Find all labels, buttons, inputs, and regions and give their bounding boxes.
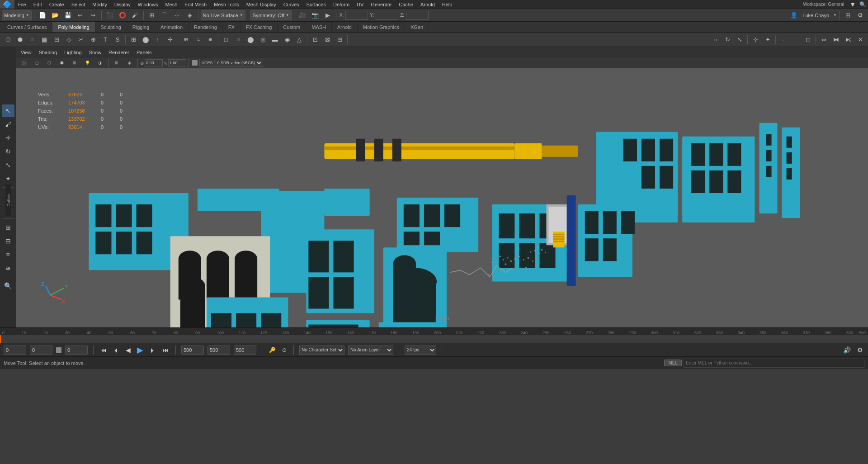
mel-python-toggle[interactable]: MEL	[664, 360, 682, 366]
vp-wireframe[interactable]: ⬡	[43, 57, 55, 69]
shelf-universal[interactable]: ✦	[762, 34, 774, 46]
vp-menu-panels[interactable]: Panels	[135, 50, 154, 55]
symmetry-dropdown[interactable]: Symmetry: Off ▼	[250, 10, 292, 20]
shelf-torus[interactable]: ◎	[257, 34, 269, 46]
menu-mesh-display[interactable]: Mesh Display	[243, 0, 280, 9]
menu-mesh[interactable]: Mesh	[161, 0, 181, 9]
vp-offset-x[interactable]	[145, 59, 163, 66]
shelf-pivot[interactable]: ✛	[164, 34, 176, 46]
shelf-cylinder[interactable]: ⬤	[245, 34, 256, 46]
user-dropdown-arrow[interactable]: ▼	[833, 13, 837, 17]
key-icon[interactable]: 🔑	[268, 347, 277, 353]
undo-btn[interactable]: ↩	[75, 9, 86, 21]
vp-select-mode[interactable]: ◻	[31, 57, 42, 69]
shelf-bridge[interactable]: ⊟	[51, 34, 62, 46]
cam-2-btn[interactable]: 📷	[309, 9, 321, 21]
color-profile-select[interactable]: ACES 1.0 SDR-video (sRGB)	[199, 59, 263, 67]
vp-menu-renderer[interactable]: Renderer	[107, 50, 131, 55]
rotate-tool-sidebar[interactable]: ↻	[2, 145, 14, 158]
timeline-track[interactable]	[0, 335, 868, 343]
channel-box-sidebar[interactable]: ≋	[2, 262, 14, 275]
shelf-bevel[interactable]: ◇	[63, 34, 75, 46]
scale-tool-sidebar[interactable]: ⤡	[2, 159, 14, 171]
shelf-cut[interactable]: ✂	[75, 34, 87, 46]
tab-poly-modeling[interactable]: Poly Modeling	[52, 22, 95, 32]
shelf-insert-loop[interactable]: ⊠	[321, 34, 333, 46]
tab-animation[interactable]: Animation	[155, 22, 189, 32]
menu-mesh-tools[interactable]: Mesh Tools	[210, 0, 242, 9]
shelf-select-face[interactable]: ◻	[802, 34, 814, 46]
scene-view[interactable]: Y X Z M RTA persp	[16, 68, 868, 327]
step-back-btn[interactable]: ⏴	[112, 346, 121, 354]
tab-rendering[interactable]: Rendering	[189, 22, 223, 32]
vp-menu-view[interactable]: View	[19, 50, 33, 55]
menu-create[interactable]: Create	[46, 0, 68, 9]
lasso-btn[interactable]: ⭕	[117, 9, 128, 21]
x-coord-input[interactable]	[345, 11, 368, 20]
anim-layer-sidebar[interactable]: ≡	[2, 248, 14, 261]
step-forward-btn[interactable]: ⏵	[148, 346, 157, 354]
shelf-delete-edge[interactable]: ✕	[854, 34, 866, 46]
universal-tool-sidebar[interactable]: ✦	[2, 172, 14, 185]
menu-modify[interactable]: Modify	[89, 0, 110, 9]
go-to-end-btn[interactable]: ⏭	[161, 346, 170, 354]
go-to-start-btn[interactable]: ⏮	[99, 346, 108, 354]
shelf-disk[interactable]: ◉	[281, 34, 293, 46]
range-start-input[interactable]	[65, 346, 88, 355]
shelf-mirror[interactable]: ⇔	[818, 34, 830, 46]
shelf-select-vert[interactable]: ·	[778, 34, 789, 46]
shelf-crease[interactable]: ≋	[180, 34, 192, 46]
shelf-component[interactable]: ⬤	[140, 34, 151, 46]
menu-edit[interactable]: Edit	[30, 0, 46, 9]
viewport-canvas[interactable]: Verts: 67624 0 0 Edges: 174703 0 0 Faces…	[16, 68, 868, 327]
cam-1-btn[interactable]: 🎥	[297, 9, 308, 21]
shelf-svg[interactable]: S	[112, 34, 123, 46]
vp-shaded[interactable]: ⬢	[56, 57, 68, 69]
render-view-btn[interactable]: ▶	[322, 9, 334, 21]
range-end-input2[interactable]	[208, 346, 230, 355]
tab-sculpting[interactable]: Sculpting	[95, 22, 127, 32]
shelf-normal[interactable]: ↑	[152, 34, 164, 46]
shelf-edge-loop[interactable]: ⊡	[309, 34, 321, 46]
snap-surface-btn[interactable]: ◈	[184, 9, 196, 21]
shelf-transform[interactable]: ⊹	[750, 34, 761, 46]
search-sidebar[interactable]: 🔍	[2, 279, 14, 292]
vp-grid-toggle[interactable]: ⊞	[111, 57, 123, 69]
tab-fx-caching[interactable]: FX Caching	[241, 22, 278, 32]
tab-motion-graphics[interactable]: Motion Graphics	[358, 22, 405, 32]
menu-curves[interactable]: Curves	[280, 0, 303, 9]
snap-point-btn[interactable]: ⊹	[171, 9, 183, 21]
vp-menu-lighting[interactable]: Lighting	[62, 50, 84, 55]
menu-windows[interactable]: Windows	[134, 0, 162, 9]
settings-btn[interactable]: ⚙	[854, 9, 866, 21]
menu-file[interactable]: File	[14, 0, 30, 9]
z-coord-input[interactable]	[406, 11, 429, 20]
snap-grid-btn[interactable]: ⊞	[146, 9, 158, 21]
move-tool-sidebar[interactable]: ✛	[2, 132, 14, 144]
audio-icon[interactable]: 🔊	[842, 346, 852, 354]
menu-arnold[interactable]: Arnold	[417, 0, 439, 9]
shelf-grid[interactable]: ⊞	[127, 34, 139, 46]
tab-mash[interactable]: MASH	[306, 22, 332, 32]
shelf-move[interactable]: ↔	[709, 34, 721, 46]
anim-layer-select[interactable]: No Anim Layer	[348, 346, 393, 355]
shelf-soften[interactable]: ≈	[192, 34, 204, 46]
paint-select-btn[interactable]: 🖌	[129, 9, 141, 21]
script-input[interactable]	[684, 359, 864, 368]
menu-uv[interactable]: UV	[353, 0, 367, 9]
tab-arnold[interactable]: Arnold	[332, 22, 358, 32]
mode-selector[interactable]: Modeling ▼	[2, 10, 32, 20]
open-scene-btn[interactable]: 📂	[49, 9, 61, 21]
vp-textured[interactable]: ⊞	[69, 57, 80, 69]
grid-layout-btn[interactable]: ⊞	[842, 9, 854, 21]
select-tool-sidebar[interactable]: ↖	[2, 104, 14, 117]
snap-curve-btn[interactable]: ⌒	[159, 9, 170, 21]
redo-btn[interactable]: ↪	[87, 9, 99, 21]
tab-xgen[interactable]: XGen	[405, 22, 429, 32]
character-set-select[interactable]: No Character Set	[299, 346, 344, 355]
tab-rigging[interactable]: Rigging	[127, 22, 155, 32]
shelf-target-weld[interactable]: ⊕	[87, 34, 99, 46]
fps-select[interactable]: 24 fps	[405, 346, 436, 355]
new-scene-btn[interactable]: 📄	[37, 9, 48, 21]
tab-custom[interactable]: Custom	[278, 22, 306, 32]
